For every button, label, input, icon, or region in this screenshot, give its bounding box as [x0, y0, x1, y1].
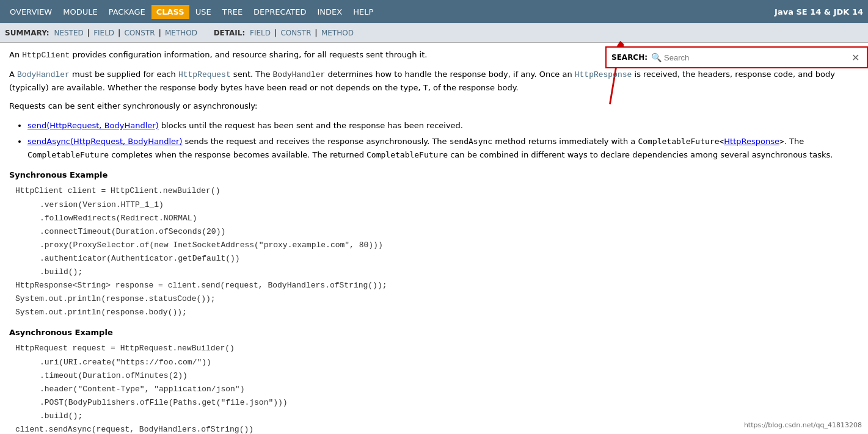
link-sendasync[interactable]: sendAsync(HttpRequest, BodyHandler)	[27, 137, 182, 146]
nav-overview[interactable]: OVERVIEW	[5, 5, 57, 19]
sync-code-line-9: System.out.println(response.statusCode()…	[15, 292, 859, 306]
para3: Requests can be sent either synchronousl…	[9, 100, 859, 113]
search-input[interactable]	[664, 53, 849, 62]
sync-code-line-4: .connectTimeout(Duration.ofSeconds(20))	[15, 225, 859, 239]
code-cf-3: CompletableFuture	[367, 150, 448, 159]
nav-class[interactable]: CLASS	[151, 5, 189, 19]
feature-list: send(HttpRequest, BodyHandler) blocks un…	[27, 119, 859, 162]
link-httpresponse[interactable]: HttpResponse	[575, 70, 632, 79]
summary-constr[interactable]: CONSTR	[124, 29, 155, 37]
async-code-block: HttpRequest request = HttpRequest.newBui…	[9, 342, 859, 434]
sync-code-line-2: .version(Version.HTTP_1_1)	[15, 198, 859, 212]
sep3: |	[158, 29, 164, 37]
async-code-line-5: .POST(BodyPublishers.ofFile(Paths.get("f…	[15, 396, 859, 410]
async-code-line-6: .build();	[15, 410, 859, 423]
link-httprequest[interactable]: HttpRequest	[178, 70, 231, 79]
summary-nested[interactable]: NESTED	[54, 29, 83, 37]
code-httpclient-1: HttpClient	[22, 51, 70, 60]
search-icon: 🔍	[651, 52, 662, 62]
code-completablefuture: CompletableFuture<	[638, 137, 724, 146]
sync-code-line-10: System.out.println(response.body());	[15, 306, 859, 319]
detail-method[interactable]: METHOD	[321, 29, 354, 37]
sub-nav-wrapper: SUMMARY: NESTED | FIELD | CONSTR | METHO…	[0, 23, 868, 43]
bullet-item-1: send(HttpRequest, BodyHandler) blocks un…	[27, 119, 859, 132]
nav-tree[interactable]: TREE	[217, 5, 247, 19]
bottom-url: https://blog.csdn.net/qq_41813208	[744, 421, 862, 429]
code-sendasync: sendAsync	[450, 137, 492, 146]
link-httpresponse-2[interactable]: HttpResponse	[724, 137, 779, 146]
search-clear-button[interactable]: ✕	[849, 52, 862, 63]
nav-package[interactable]: PACKAGE	[104, 5, 150, 19]
page-title: Java SE 14 & JDK 14	[775, 7, 863, 16]
sep1: |	[87, 29, 93, 37]
async-code-line-4: .header("Content-Type", "application/jso…	[15, 383, 859, 396]
nav-use[interactable]: USE	[191, 5, 216, 19]
sep2: |	[118, 29, 123, 37]
detail-constr[interactable]: CONSTR	[280, 29, 311, 37]
nav-links: OVERVIEW MODULE PACKAGE CLASS USE TREE D…	[5, 5, 378, 19]
sync-code-line-3: .followRedirects(Redirect.NORMAL)	[15, 212, 859, 225]
search-bar: SEARCH: 🔍 ✕	[605, 46, 868, 68]
sep5: |	[315, 29, 320, 37]
nav-help[interactable]: HELP	[348, 5, 378, 19]
main-content: An HttpClient provides configuration inf…	[0, 43, 868, 434]
summary-links: SUMMARY: NESTED | FIELD | CONSTR | METHO…	[5, 29, 354, 37]
sync-code-line-7: .build();	[15, 266, 859, 279]
nav-index[interactable]: INDEX	[313, 5, 348, 19]
sync-code-line-1: HttpClient client = HttpClient.newBuilde…	[15, 184, 859, 198]
sync-example-header: Synchronous Example	[9, 170, 859, 179]
sync-code-line-5: .proxy(ProxySelector.of(new InetSocketAd…	[15, 239, 859, 252]
sync-code-line-8: HttpResponse<String> response = client.s…	[15, 279, 859, 292]
code-cf-close: >	[779, 137, 784, 146]
code-cf-2: CompletableFuture	[27, 150, 109, 159]
sync-code-block: HttpClient client = HttpClient.newBuilde…	[9, 184, 859, 319]
async-code-line-7: client.sendAsync(request, BodyHandlers.o…	[15, 423, 859, 434]
async-code-line-1: HttpRequest request = HttpRequest.newBui…	[15, 342, 859, 355]
nav-deprecated[interactable]: DEPRECATED	[249, 5, 311, 19]
sync-code-line-6: .authenticator(Authenticator.getDefault(…	[15, 252, 859, 266]
async-code-line-3: .timeout(Duration.ofMinutes(2))	[15, 369, 859, 383]
bullet-item-2: sendAsync(HttpRequest, BodyHandler) send…	[27, 135, 859, 162]
nav-module[interactable]: MODULE	[58, 5, 102, 19]
sub-navigation: SUMMARY: NESTED | FIELD | CONSTR | METHO…	[0, 23, 868, 43]
link-bodyhandler[interactable]: BodyHandler	[17, 70, 70, 79]
summary-method[interactable]: METHOD	[165, 29, 197, 37]
top-navigation: OVERVIEW MODULE PACKAGE CLASS USE TREE D…	[0, 0, 868, 23]
async-code-line-2: .uri(URI.create("https://foo.com/"))	[15, 356, 859, 369]
summary-label: SUMMARY:	[5, 29, 49, 37]
summary-field[interactable]: FIELD	[93, 29, 114, 37]
async-example-header: Asynchronous Example	[9, 328, 859, 337]
link-send[interactable]: send(HttpRequest, BodyHandler)	[27, 121, 159, 130]
detail-field[interactable]: FIELD	[250, 29, 271, 37]
detail-label: DETAIL:	[214, 29, 246, 37]
para2: A BodyHandler must be supplied for each …	[9, 68, 859, 95]
search-label: SEARCH:	[611, 53, 647, 62]
code-bodyhandler: BodyHandler	[273, 70, 326, 79]
sep4: |	[274, 29, 280, 37]
